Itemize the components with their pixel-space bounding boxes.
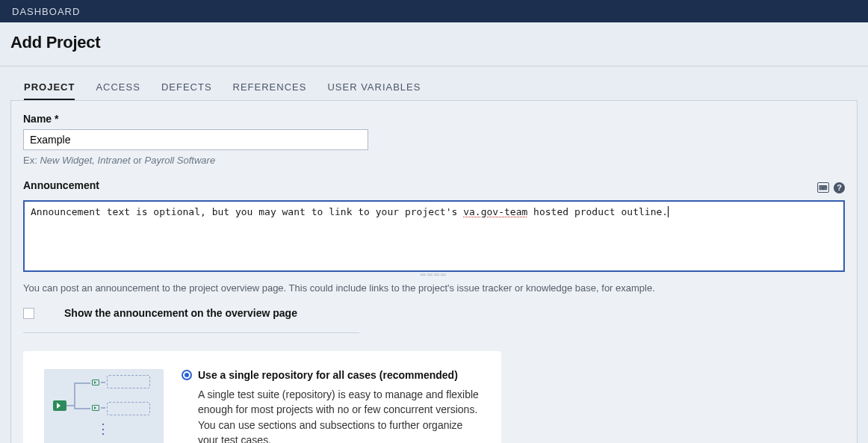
repository-option-card: ⋮ Use a single repository for all cases …	[23, 351, 501, 443]
tab-references[interactable]: REFERENCES	[233, 74, 307, 100]
name-hint: Ex: New Widget, Intranet or Payroll Soft…	[23, 155, 845, 166]
keyboard-icon[interactable]: ⌨	[817, 182, 829, 193]
tab-access[interactable]: ACCESS	[96, 74, 140, 100]
tab-user-variables[interactable]: USER VARIABLES	[327, 74, 421, 100]
resize-grip-icon[interactable]: ════	[23, 270, 845, 275]
single-repo-radio[interactable]	[182, 370, 192, 380]
help-icon[interactable]: ?	[834, 182, 845, 193]
repository-diagram-icon: ⋮	[44, 369, 164, 443]
announcement-desc: You can post an announcement to the proj…	[23, 282, 845, 294]
show-announcement-row: Show the announcement on the overview pa…	[23, 307, 359, 333]
tab-project[interactable]: PROJECT	[24, 74, 75, 100]
single-repo-label: Use a single repository for all cases (r…	[198, 369, 458, 381]
announcement-field: Announcement ⌨ ? Announcement text is op…	[23, 179, 845, 294]
name-label: Name *	[23, 113, 845, 125]
topbar: DASHBOARD	[0, 0, 868, 22]
show-announcement-checkbox[interactable]	[23, 308, 34, 319]
page-header: Add Project	[0, 22, 868, 66]
dashboard-link[interactable]: DASHBOARD	[12, 6, 80, 17]
single-repo-desc: A single test suite (repository) is easy…	[198, 387, 480, 443]
form-panel: Name * Ex: New Widget, Intranet or Payro…	[10, 100, 858, 443]
announcement-textarea[interactable]: Announcement text is optional, but you m…	[23, 200, 845, 272]
show-announcement-label: Show the announcement on the overview pa…	[64, 307, 297, 319]
name-input[interactable]	[23, 129, 368, 150]
tabs: PROJECT ACCESS DEFECTS REFERENCES USER V…	[0, 74, 868, 100]
tab-defects[interactable]: DEFECTS	[161, 74, 212, 100]
page-title: Add Project	[10, 33, 858, 52]
name-field: Name * Ex: New Widget, Intranet or Payro…	[23, 113, 845, 166]
announcement-label: Announcement	[23, 179, 99, 191]
